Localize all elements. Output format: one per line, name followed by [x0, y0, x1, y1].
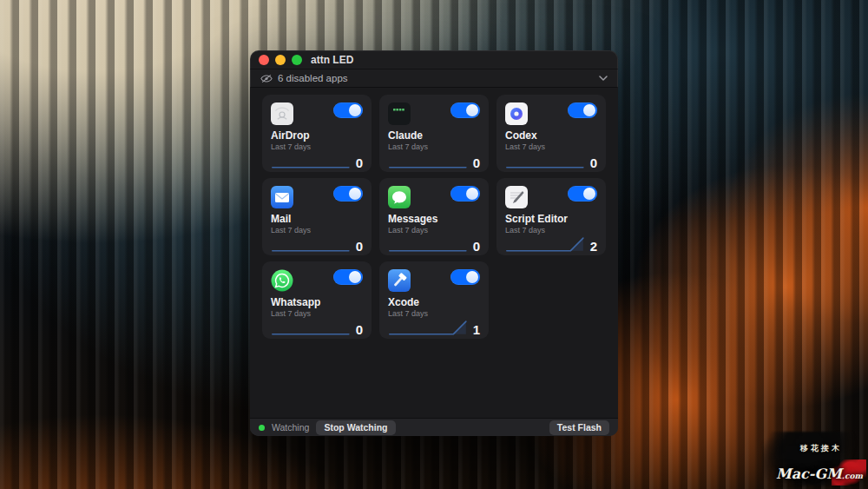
airdrop-icon	[271, 102, 293, 125]
card-spark-row: 0	[271, 151, 363, 170]
app-card-whatsapp: Whatsapp Last 7 days 0	[262, 261, 372, 339]
app-period-label: Last 7 days	[271, 309, 363, 318]
toggle-knob	[583, 188, 595, 200]
card-header	[271, 269, 363, 292]
card-header	[388, 269, 480, 292]
activity-sparkline	[271, 318, 351, 337]
activity-sparkline	[388, 235, 468, 254]
card-header	[388, 102, 480, 125]
chevron-down-icon[interactable]	[599, 76, 608, 81]
activity-sparkline	[505, 151, 585, 170]
app-period-label: Last 7 days	[505, 226, 597, 235]
whatsapp-icon	[271, 269, 293, 292]
app-count-value: 0	[473, 156, 480, 170]
app-period-label: Last 7 days	[271, 226, 363, 235]
attn-led-window: attn LED 6 disabled apps AirDrop Last 7 …	[250, 50, 618, 436]
activity-sparkline	[505, 235, 585, 254]
app-period-label: Last 7 days	[505, 142, 597, 151]
app-enabled-toggle[interactable]	[450, 102, 480, 118]
app-count-value: 1	[473, 323, 480, 337]
card-spark-row: 1	[388, 318, 480, 337]
toggle-knob	[466, 104, 478, 116]
eye-slash-icon	[260, 74, 273, 83]
app-name-label: Xcode	[388, 297, 480, 308]
app-enabled-toggle[interactable]	[450, 186, 480, 202]
app-grid: AirDrop Last 7 days 0 Claude Last 7 days…	[250, 88, 618, 346]
zoom-window-button[interactable]	[292, 55, 302, 65]
app-period-label: Last 7 days	[388, 309, 480, 318]
app-card-xcode: Xcode Last 7 days 1	[379, 261, 489, 339]
traffic-lights	[259, 55, 302, 65]
activity-sparkline	[271, 235, 351, 254]
app-count-value: 0	[590, 156, 597, 170]
toggle-knob	[349, 104, 361, 116]
card-header	[505, 186, 597, 208]
mail-icon	[271, 186, 293, 208]
toggle-knob	[349, 188, 361, 200]
card-spark-row: 0	[388, 235, 480, 254]
card-spark-row: 0	[388, 151, 480, 170]
app-name-label: AirDrop	[271, 130, 363, 142]
card-spark-row: 0	[271, 318, 363, 337]
app-enabled-toggle[interactable]	[333, 102, 363, 118]
app-enabled-toggle[interactable]	[333, 186, 363, 202]
app-card-claude: Claude Last 7 days 0	[379, 95, 489, 172]
watermark: 移花接木 Mac-GM.com	[762, 432, 865, 486]
toggle-knob	[583, 104, 595, 116]
app-period-label: Last 7 days	[388, 226, 480, 235]
card-spark-row: 0	[271, 235, 363, 254]
watermark-cn-text: 移花接木	[800, 443, 842, 454]
card-header	[388, 186, 480, 208]
window-titlebar: attn LED	[250, 50, 618, 69]
stop-watching-button[interactable]: Stop Watching	[316, 420, 395, 435]
app-enabled-toggle[interactable]	[333, 269, 363, 285]
activity-sparkline	[388, 151, 468, 170]
close-window-button[interactable]	[259, 55, 269, 65]
app-name-label: Claude	[388, 130, 480, 142]
app-card-mail: Mail Last 7 days 0	[262, 178, 372, 255]
toggle-knob	[466, 188, 478, 200]
app-name-label: Mail	[271, 214, 363, 225]
app-name-label: Whatsapp	[271, 297, 363, 308]
watching-status-dot	[259, 425, 265, 431]
app-enabled-toggle[interactable]	[568, 186, 597, 202]
app-count-value: 2	[590, 240, 597, 254]
app-name-label: Script Editor	[505, 214, 597, 225]
card-spark-row: 2	[505, 235, 597, 254]
app-count-value: 0	[356, 323, 363, 337]
app-count-value: 0	[356, 156, 363, 170]
app-count-value: 0	[473, 240, 480, 254]
app-card-script-editor: Script Editor Last 7 days 2	[496, 178, 606, 255]
claude-icon	[388, 102, 411, 125]
card-header	[271, 186, 363, 208]
messages-icon	[388, 186, 411, 208]
script-editor-icon	[505, 186, 528, 208]
window-footer: Watching Stop Watching Test Flash	[250, 418, 618, 436]
app-name-label: Messages	[388, 214, 480, 225]
toggle-knob	[349, 271, 361, 283]
app-enabled-toggle[interactable]	[568, 102, 597, 118]
card-header	[505, 102, 597, 125]
xcode-icon	[388, 269, 411, 292]
app-count-value: 0	[356, 240, 363, 254]
card-spark-row: 0	[505, 151, 597, 170]
minimize-window-button[interactable]	[275, 55, 286, 65]
codex-icon	[505, 102, 528, 125]
app-card-codex: Codex Last 7 days 0	[496, 95, 606, 172]
app-name-label: Codex	[505, 130, 597, 142]
app-enabled-toggle[interactable]	[450, 269, 480, 285]
disabled-apps-label: 6 disabled apps	[278, 73, 348, 83]
watermark-site-text: Mac-GM.com	[776, 466, 863, 482]
app-card-messages: Messages Last 7 days 0	[379, 178, 489, 255]
card-header	[271, 102, 363, 125]
disabled-apps-row[interactable]: 6 disabled apps	[250, 69, 618, 88]
window-content: AirDrop Last 7 days 0 Claude Last 7 days…	[250, 88, 618, 418]
activity-sparkline	[271, 151, 351, 170]
watching-status-label: Watching	[272, 422, 309, 433]
test-flash-button[interactable]: Test Flash	[549, 420, 609, 435]
window-title: attn LED	[311, 54, 353, 66]
app-card-airdrop: AirDrop Last 7 days 0	[262, 95, 372, 172]
app-period-label: Last 7 days	[388, 142, 480, 151]
app-period-label: Last 7 days	[271, 142, 363, 151]
activity-sparkline	[388, 318, 468, 337]
